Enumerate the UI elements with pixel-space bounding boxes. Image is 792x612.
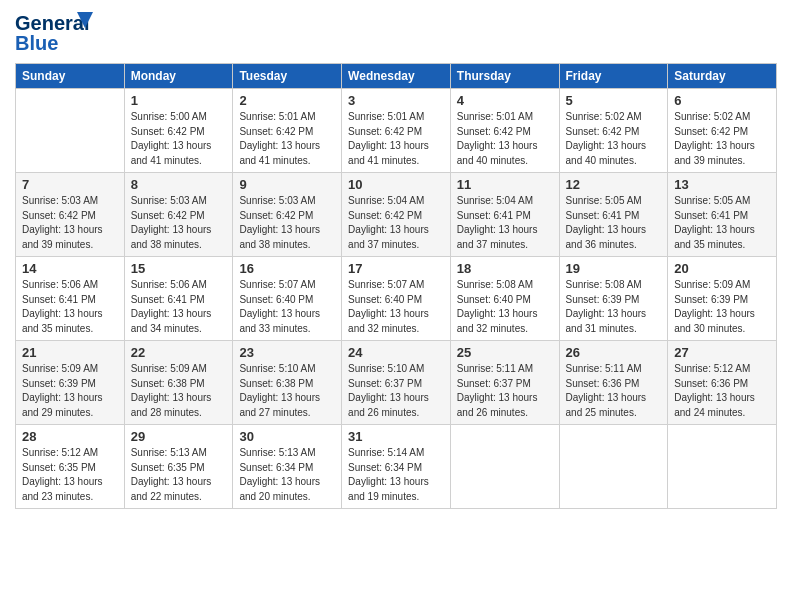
day-info: Sunrise: 5:02 AM Sunset: 6:42 PM Dayligh…	[566, 110, 662, 168]
day-info: Sunrise: 5:12 AM Sunset: 6:36 PM Dayligh…	[674, 362, 770, 420]
day-cell: 26Sunrise: 5:11 AM Sunset: 6:36 PM Dayli…	[559, 341, 668, 425]
day-info: Sunrise: 5:05 AM Sunset: 6:41 PM Dayligh…	[674, 194, 770, 252]
week-row-2: 7Sunrise: 5:03 AM Sunset: 6:42 PM Daylig…	[16, 173, 777, 257]
day-number: 31	[348, 429, 444, 444]
col-header-monday: Monday	[124, 64, 233, 89]
col-header-sunday: Sunday	[16, 64, 125, 89]
day-info: Sunrise: 5:06 AM Sunset: 6:41 PM Dayligh…	[22, 278, 118, 336]
day-number: 12	[566, 177, 662, 192]
day-info: Sunrise: 5:02 AM Sunset: 6:42 PM Dayligh…	[674, 110, 770, 168]
svg-text:Blue: Blue	[15, 32, 58, 54]
day-number: 26	[566, 345, 662, 360]
day-info: Sunrise: 5:10 AM Sunset: 6:37 PM Dayligh…	[348, 362, 444, 420]
day-number: 2	[239, 93, 335, 108]
day-number: 3	[348, 93, 444, 108]
day-cell: 29Sunrise: 5:13 AM Sunset: 6:35 PM Dayli…	[124, 425, 233, 509]
day-number: 29	[131, 429, 227, 444]
day-info: Sunrise: 5:08 AM Sunset: 6:40 PM Dayligh…	[457, 278, 553, 336]
day-info: Sunrise: 5:03 AM Sunset: 6:42 PM Dayligh…	[131, 194, 227, 252]
header: GeneralBlue	[15, 10, 777, 55]
day-number: 17	[348, 261, 444, 276]
day-cell: 12Sunrise: 5:05 AM Sunset: 6:41 PM Dayli…	[559, 173, 668, 257]
day-number: 4	[457, 93, 553, 108]
day-cell: 14Sunrise: 5:06 AM Sunset: 6:41 PM Dayli…	[16, 257, 125, 341]
calendar-table: SundayMondayTuesdayWednesdayThursdayFrid…	[15, 63, 777, 509]
day-cell: 9Sunrise: 5:03 AM Sunset: 6:42 PM Daylig…	[233, 173, 342, 257]
day-cell: 24Sunrise: 5:10 AM Sunset: 6:37 PM Dayli…	[342, 341, 451, 425]
day-info: Sunrise: 5:05 AM Sunset: 6:41 PM Dayligh…	[566, 194, 662, 252]
day-cell	[668, 425, 777, 509]
day-info: Sunrise: 5:11 AM Sunset: 6:36 PM Dayligh…	[566, 362, 662, 420]
day-info: Sunrise: 5:03 AM Sunset: 6:42 PM Dayligh…	[239, 194, 335, 252]
day-info: Sunrise: 5:13 AM Sunset: 6:34 PM Dayligh…	[239, 446, 335, 504]
day-number: 19	[566, 261, 662, 276]
day-number: 9	[239, 177, 335, 192]
day-info: Sunrise: 5:04 AM Sunset: 6:41 PM Dayligh…	[457, 194, 553, 252]
day-cell: 5Sunrise: 5:02 AM Sunset: 6:42 PM Daylig…	[559, 89, 668, 173]
day-info: Sunrise: 5:03 AM Sunset: 6:42 PM Dayligh…	[22, 194, 118, 252]
day-info: Sunrise: 5:07 AM Sunset: 6:40 PM Dayligh…	[348, 278, 444, 336]
day-cell	[450, 425, 559, 509]
day-number: 28	[22, 429, 118, 444]
day-cell: 31Sunrise: 5:14 AM Sunset: 6:34 PM Dayli…	[342, 425, 451, 509]
svg-text:General: General	[15, 12, 89, 34]
day-number: 24	[348, 345, 444, 360]
day-cell: 21Sunrise: 5:09 AM Sunset: 6:39 PM Dayli…	[16, 341, 125, 425]
day-cell: 19Sunrise: 5:08 AM Sunset: 6:39 PM Dayli…	[559, 257, 668, 341]
day-number: 20	[674, 261, 770, 276]
day-info: Sunrise: 5:09 AM Sunset: 6:39 PM Dayligh…	[674, 278, 770, 336]
day-cell: 30Sunrise: 5:13 AM Sunset: 6:34 PM Dayli…	[233, 425, 342, 509]
week-row-3: 14Sunrise: 5:06 AM Sunset: 6:41 PM Dayli…	[16, 257, 777, 341]
day-cell: 23Sunrise: 5:10 AM Sunset: 6:38 PM Dayli…	[233, 341, 342, 425]
day-cell: 18Sunrise: 5:08 AM Sunset: 6:40 PM Dayli…	[450, 257, 559, 341]
day-cell	[16, 89, 125, 173]
day-info: Sunrise: 5:07 AM Sunset: 6:40 PM Dayligh…	[239, 278, 335, 336]
day-number: 14	[22, 261, 118, 276]
day-info: Sunrise: 5:01 AM Sunset: 6:42 PM Dayligh…	[239, 110, 335, 168]
week-row-4: 21Sunrise: 5:09 AM Sunset: 6:39 PM Dayli…	[16, 341, 777, 425]
day-cell: 20Sunrise: 5:09 AM Sunset: 6:39 PM Dayli…	[668, 257, 777, 341]
day-number: 21	[22, 345, 118, 360]
day-number: 30	[239, 429, 335, 444]
day-cell: 2Sunrise: 5:01 AM Sunset: 6:42 PM Daylig…	[233, 89, 342, 173]
day-cell: 15Sunrise: 5:06 AM Sunset: 6:41 PM Dayli…	[124, 257, 233, 341]
logo-svg: GeneralBlue	[15, 10, 95, 55]
day-info: Sunrise: 5:01 AM Sunset: 6:42 PM Dayligh…	[457, 110, 553, 168]
day-cell: 28Sunrise: 5:12 AM Sunset: 6:35 PM Dayli…	[16, 425, 125, 509]
page-container: GeneralBlue SundayMondayTuesdayWednesday…	[0, 0, 792, 519]
day-info: Sunrise: 5:09 AM Sunset: 6:39 PM Dayligh…	[22, 362, 118, 420]
day-number: 5	[566, 93, 662, 108]
day-info: Sunrise: 5:13 AM Sunset: 6:35 PM Dayligh…	[131, 446, 227, 504]
day-cell: 16Sunrise: 5:07 AM Sunset: 6:40 PM Dayli…	[233, 257, 342, 341]
day-number: 6	[674, 93, 770, 108]
day-cell: 3Sunrise: 5:01 AM Sunset: 6:42 PM Daylig…	[342, 89, 451, 173]
day-cell: 10Sunrise: 5:04 AM Sunset: 6:42 PM Dayli…	[342, 173, 451, 257]
day-number: 15	[131, 261, 227, 276]
day-info: Sunrise: 5:11 AM Sunset: 6:37 PM Dayligh…	[457, 362, 553, 420]
day-cell	[559, 425, 668, 509]
day-cell: 27Sunrise: 5:12 AM Sunset: 6:36 PM Dayli…	[668, 341, 777, 425]
day-cell: 6Sunrise: 5:02 AM Sunset: 6:42 PM Daylig…	[668, 89, 777, 173]
week-row-5: 28Sunrise: 5:12 AM Sunset: 6:35 PM Dayli…	[16, 425, 777, 509]
week-row-1: 1Sunrise: 5:00 AM Sunset: 6:42 PM Daylig…	[16, 89, 777, 173]
day-number: 11	[457, 177, 553, 192]
day-info: Sunrise: 5:00 AM Sunset: 6:42 PM Dayligh…	[131, 110, 227, 168]
day-number: 25	[457, 345, 553, 360]
day-number: 8	[131, 177, 227, 192]
day-cell: 8Sunrise: 5:03 AM Sunset: 6:42 PM Daylig…	[124, 173, 233, 257]
logo: GeneralBlue	[15, 10, 95, 55]
day-cell: 25Sunrise: 5:11 AM Sunset: 6:37 PM Dayli…	[450, 341, 559, 425]
day-info: Sunrise: 5:09 AM Sunset: 6:38 PM Dayligh…	[131, 362, 227, 420]
day-cell: 7Sunrise: 5:03 AM Sunset: 6:42 PM Daylig…	[16, 173, 125, 257]
day-number: 18	[457, 261, 553, 276]
col-header-thursday: Thursday	[450, 64, 559, 89]
day-info: Sunrise: 5:10 AM Sunset: 6:38 PM Dayligh…	[239, 362, 335, 420]
day-info: Sunrise: 5:06 AM Sunset: 6:41 PM Dayligh…	[131, 278, 227, 336]
day-cell: 22Sunrise: 5:09 AM Sunset: 6:38 PM Dayli…	[124, 341, 233, 425]
col-header-wednesday: Wednesday	[342, 64, 451, 89]
day-number: 7	[22, 177, 118, 192]
day-cell: 13Sunrise: 5:05 AM Sunset: 6:41 PM Dayli…	[668, 173, 777, 257]
day-number: 27	[674, 345, 770, 360]
day-info: Sunrise: 5:08 AM Sunset: 6:39 PM Dayligh…	[566, 278, 662, 336]
day-cell: 1Sunrise: 5:00 AM Sunset: 6:42 PM Daylig…	[124, 89, 233, 173]
